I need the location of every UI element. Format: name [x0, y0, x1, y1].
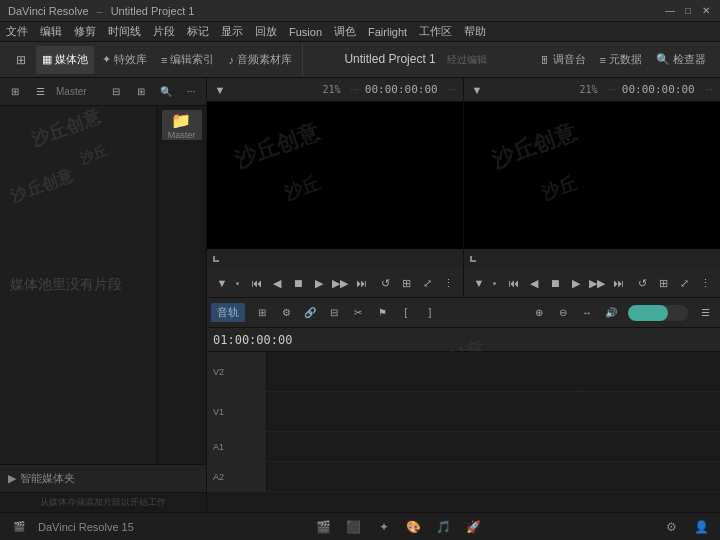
timeline-ruler: 01:00:00:00 — [207, 328, 720, 352]
menu-clip[interactable]: 片段 — [153, 24, 175, 39]
rm-play[interactable]: ▶ — [567, 274, 585, 292]
mp-search[interactable]: 🔍 — [155, 81, 177, 103]
menu-trim[interactable]: 修剪 — [74, 24, 96, 39]
rm-prev-frame[interactable]: ◀ — [525, 274, 543, 292]
title-bar-controls: — □ ✕ — [664, 5, 712, 17]
menu-mark[interactable]: 标记 — [187, 24, 209, 39]
rm-fullscreen[interactable]: ⤢ — [675, 274, 693, 292]
tab-media-pool[interactable]: ▦ 媒体池 — [36, 46, 94, 74]
mp-icon-grid[interactable]: ⊞ — [130, 81, 152, 103]
lm-skip-start[interactable]: ⏮ — [247, 274, 265, 292]
tl-razor[interactable]: ✂ — [347, 302, 369, 324]
menu-fairlight[interactable]: Fairlight — [368, 26, 407, 38]
track-row-v1: V1 — [207, 392, 720, 432]
timeline-toolbar: 音轨 ⊞ ⚙ 🔗 ⊟ ✂ ⚑ [ ] ⊕ ⊖ ↔ 🔊 ☰ — [207, 298, 720, 328]
lm-loop[interactable]: ↺ — [376, 274, 394, 292]
lm-menu-btn[interactable]: ▼ — [213, 274, 231, 292]
watermark-1: 沙丘创意 — [28, 106, 104, 152]
rm-dropdown[interactable]: ▼ — [468, 81, 486, 99]
lm-more[interactable]: ⋮ — [439, 274, 457, 292]
lm-clip-mode[interactable]: ⊞ — [397, 274, 415, 292]
lm-playhead-icon — [213, 256, 219, 262]
menu-help[interactable]: 帮助 — [464, 24, 486, 39]
menu-workspace[interactable]: 工作区 — [419, 24, 452, 39]
title-bar: DaVinci Resolve – Untitled Project 1 — □… — [0, 0, 720, 22]
effects-icon: ✦ — [102, 53, 111, 66]
tl-link[interactable]: 🔗 — [299, 302, 321, 324]
menu-display[interactable]: 显示 — [221, 24, 243, 39]
menu-fusion[interactable]: Fusion — [289, 26, 322, 38]
tl-fit[interactable]: ↔ — [576, 302, 598, 324]
tab-audio-library[interactable]: ♪ 音频素材库 — [222, 46, 298, 74]
lm-skip-end[interactable]: ⏭ — [352, 274, 370, 292]
track-body-a2[interactable] — [267, 462, 720, 491]
tl-volume-slider[interactable] — [628, 305, 688, 321]
tl-zoom-in[interactable]: ⊕ — [528, 302, 550, 324]
bottom-user-icon[interactable]: 👤 — [690, 516, 712, 538]
tl-audio[interactable]: 🔊 — [600, 302, 622, 324]
track-v1-label: V1 — [213, 407, 224, 417]
close-button[interactable]: ✕ — [700, 5, 712, 17]
tab-inspector[interactable]: 🔍 检查器 — [650, 46, 712, 74]
maximize-button[interactable]: □ — [682, 5, 694, 17]
tab-mixer[interactable]: 🎚 调音台 — [533, 46, 592, 74]
bottom-fusion-icon[interactable]: ✦ — [373, 516, 395, 538]
tl-zoom-out[interactable]: ⊖ — [552, 302, 574, 324]
watermark-2: 沙丘 — [78, 142, 110, 168]
menu-timeline[interactable]: 时间线 — [108, 24, 141, 39]
mp-more[interactable]: ··· — [180, 81, 202, 103]
tl-mark-in[interactable]: [ — [395, 302, 417, 324]
bottom-app-label: DaVinci Resolve 15 — [38, 521, 134, 533]
lm-dropdown[interactable]: ▼ — [211, 81, 229, 99]
menu-playback[interactable]: 回放 — [255, 24, 277, 39]
tab-edit-index[interactable]: ≡ 编辑索引 — [155, 46, 220, 74]
tl-bus[interactable]: ☰ — [694, 302, 716, 324]
rm-next-frame[interactable]: ▶▶ — [588, 274, 606, 292]
metadata-label: 元数据 — [609, 52, 642, 67]
mp-view-toggle[interactable]: ⊞ — [4, 81, 26, 103]
bottom-fairlight-icon[interactable]: 🎵 — [433, 516, 455, 538]
track-body-a1[interactable] — [267, 432, 720, 461]
tl-add-track[interactable]: ⊞ — [251, 302, 273, 324]
rm-menu-btn[interactable]: ▼ — [470, 274, 488, 292]
menu-file[interactable]: 文件 — [6, 24, 28, 39]
lm-next-frame[interactable]: ▶▶ — [331, 274, 349, 292]
lm-fullscreen[interactable]: ⤢ — [418, 274, 436, 292]
track-body-v2[interactable] — [267, 352, 720, 391]
tl-snap[interactable]: ⊟ — [323, 302, 345, 324]
toolbar-grid-icon[interactable]: ⊞ — [8, 47, 34, 73]
mp-icon-size-small[interactable]: ⊟ — [105, 81, 127, 103]
tab-metadata[interactable]: ≡ 元数据 — [594, 46, 648, 74]
minimize-button[interactable]: — — [664, 5, 676, 17]
bottom-right: ⚙ 👤 — [660, 516, 712, 538]
menu-color[interactable]: 调色 — [334, 24, 356, 39]
rm-loop[interactable]: ↺ — [633, 274, 651, 292]
master-folder-item[interactable]: 📁 Master — [162, 110, 202, 140]
lm-stop[interactable]: ⏹ — [289, 274, 307, 292]
rm-skip-start[interactable]: ⏮ — [504, 274, 522, 292]
bottom-media-icon[interactable]: 🎬 — [313, 516, 335, 538]
tl-mark-out[interactable]: ] — [419, 302, 441, 324]
tab-effects[interactable]: ✦ 特效库 — [96, 46, 153, 74]
rm-skip-end[interactable]: ⏭ — [609, 274, 627, 292]
rm-stop[interactable]: ⏹ — [546, 274, 564, 292]
lm-prev-frame[interactable]: ◀ — [268, 274, 286, 292]
bottom-deliver-icon[interactable]: 🚀 — [463, 516, 485, 538]
menu-edit[interactable]: 编辑 — [40, 24, 62, 39]
tl-flag[interactable]: ⚑ — [371, 302, 393, 324]
bottom-settings-icon[interactable]: ⚙ — [660, 516, 682, 538]
lm-play[interactable]: ▶ — [310, 274, 328, 292]
toolbar: ⊞ ▦ 媒体池 ✦ 特效库 ≡ 编辑索引 ♪ 音频素材库 Untitled Pr… — [0, 42, 720, 78]
left-monitor-bottom-timecode — [207, 249, 463, 269]
track-body-v1[interactable] — [267, 392, 720, 431]
tl-settings[interactable]: ⚙ — [275, 302, 297, 324]
monitors-area: ▼ 21% ··· 00:00:00:00 ··· 沙丘创意 沙丘 — [207, 78, 720, 298]
edit-index-icon: ≡ — [161, 54, 167, 66]
smart-bin[interactable]: ▶ 智能媒体夹 — [0, 464, 206, 492]
rm-clip-mode[interactable]: ⊞ — [654, 274, 672, 292]
bottom-edit-icon[interactable]: ⬛ — [343, 516, 365, 538]
bottom-color-icon[interactable]: 🎨 — [403, 516, 425, 538]
mp-list-view[interactable]: ☰ — [29, 81, 51, 103]
timeline-start-timecode: 01:00:00:00 — [213, 333, 292, 347]
rm-more[interactable]: ⋮ — [696, 274, 714, 292]
